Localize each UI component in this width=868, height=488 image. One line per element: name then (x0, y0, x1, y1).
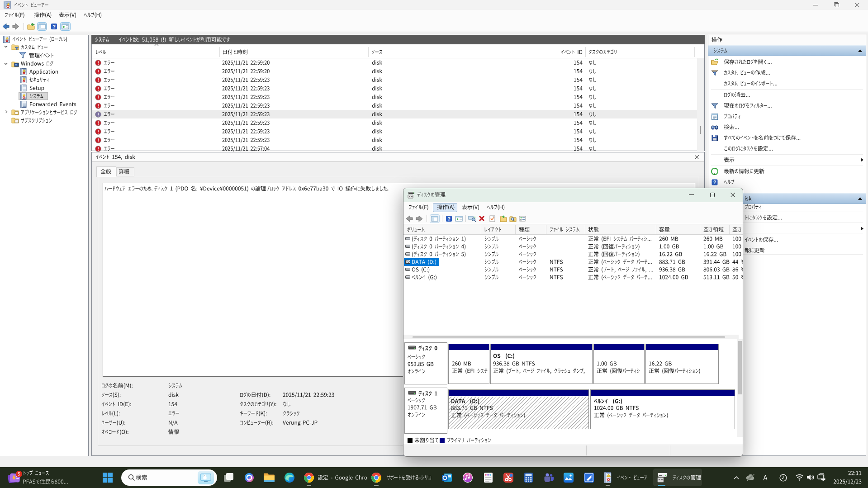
svg-text:?: ? (52, 24, 56, 29)
svg-text:?: ? (447, 216, 451, 222)
svg-text:?: ? (713, 180, 716, 185)
